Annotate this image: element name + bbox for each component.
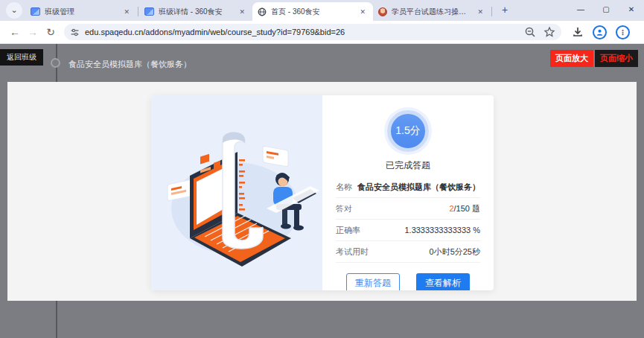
url-text[interactable]: edu.spaqedu.cn/addons/myadmin/web/course… <box>85 28 524 36</box>
browser-toolbar: ← → ↻ edu.spaqedu.cn/addons/myadmin/web/… <box>0 21 644 43</box>
tab-close-icon[interactable]: ✕ <box>475 8 485 16</box>
breadcrumb: 食品安全员模拟题库（餐饮服务） <box>68 59 191 70</box>
row-name: 名称 食品安全员模拟题库（餐饮服务） <box>336 176 480 198</box>
tab-separator <box>138 7 138 16</box>
download-icon[interactable] <box>572 26 584 38</box>
window-close-button[interactable]: ✕ <box>619 0 644 21</box>
page-background: 返回班级 食品安全员模拟题库（餐饮服务） 页面放大 页面缩小 <box>0 43 644 338</box>
tab-separator <box>491 7 492 16</box>
toolbar-right-icons: ⋮ <box>572 25 630 39</box>
new-tab-button[interactable]: + <box>496 1 514 19</box>
tab-favicon-image-icon <box>31 7 40 16</box>
tab-title: 班级管理 <box>45 7 117 17</box>
address-bar[interactable]: edu.spaqedu.cn/addons/myadmin/web/course… <box>64 24 561 40</box>
retry-button[interactable]: 重新答题 <box>346 273 400 290</box>
tab-favicon-avatar-icon <box>378 7 387 16</box>
status-text: 已完成答题 <box>336 159 480 172</box>
result-rows: 名称 食品安全员模拟题库（餐饮服务） 答对 2/150 题 正确率 1.3333… <box>336 176 480 263</box>
tab-title: 首页 - 360食安 <box>271 7 353 17</box>
window-maximize-button[interactable]: ▢ <box>593 0 619 21</box>
tab-student-guide[interactable]: 学员平台试题练习操作流程 - 五 ✕ <box>373 2 491 21</box>
content-sheet: 1.5分 已完成答题 名称 食品安全员模拟题库（餐饮服务） 答对 2/150 题… <box>7 82 637 301</box>
page-zoom-in-button[interactable]: 页面放大 <box>550 50 593 67</box>
tab-search-chevron-icon[interactable]: ⌄ <box>6 2 22 19</box>
bookmark-star-icon[interactable] <box>543 26 555 38</box>
page-zoom-out-button[interactable]: 页面缩小 <box>595 50 638 67</box>
zoom-level-icon[interactable] <box>524 26 536 38</box>
window-minimize-button[interactable]: — <box>568 0 593 21</box>
profile-avatar-icon[interactable] <box>593 25 607 39</box>
row-value: 1.3333333333333 % <box>404 226 480 235</box>
tab-favicon-image-icon <box>144 7 154 16</box>
browser-tab-strip: ⌄ 班级管理 ✕ 班级详情 - 360食安 ✕ 首页 - 360食安 ✕ 学员平… <box>0 0 644 21</box>
reload-button[interactable]: ↻ <box>42 26 60 38</box>
window-controls: — ▢ ✕ <box>568 0 644 21</box>
correct-total: /150 题 <box>454 204 480 213</box>
row-label: 正确率 <box>336 225 360 236</box>
result-illustration <box>151 95 322 290</box>
browser-menu-icon[interactable]: ⋮ <box>616 25 630 39</box>
forward-button[interactable]: → <box>24 26 42 38</box>
tab-home-active[interactable]: 首页 - 360食安 ✕ <box>252 2 373 21</box>
tab-title: 学员平台试题练习操作流程 - 五 <box>392 7 471 17</box>
site-settings-icon[interactable] <box>70 28 80 37</box>
row-rate: 正确率 1.3333333333333 % <box>336 220 480 241</box>
view-analysis-button[interactable]: 查看解析 <box>416 273 470 290</box>
tab-close-icon[interactable]: ✕ <box>357 8 368 16</box>
globe-favicon-icon <box>258 7 267 16</box>
row-value: 食品安全员模拟题库（餐饮服务） <box>357 182 480 193</box>
tab-close-icon[interactable]: ✕ <box>121 8 132 16</box>
result-panel: 1.5分 已完成答题 名称 食品安全员模拟题库（餐饮服务） 答对 2/150 题… <box>322 95 494 290</box>
timeline-node-circle <box>51 58 60 68</box>
row-value: 0小时5分25秒 <box>430 246 480 258</box>
tab-title: 班级详情 - 360食安 <box>159 7 232 17</box>
tab-class-detail[interactable]: 班级详情 - 360食安 ✕ <box>139 2 252 21</box>
back-to-class-chip[interactable]: 返回班级 <box>0 49 43 66</box>
page-zoom-controls: 页面放大 页面缩小 <box>550 50 638 67</box>
row-label: 考试用时 <box>336 246 369 258</box>
tab-class-management[interactable]: 班级管理 ✕ <box>25 2 137 21</box>
row-label: 答对 <box>336 203 352 214</box>
row-correct: 答对 2/150 题 <box>336 198 480 220</box>
row-time: 考试用时 0小时5分25秒 <box>336 241 480 263</box>
back-button[interactable]: ← <box>6 26 24 38</box>
tab-close-icon[interactable]: ✕ <box>237 8 247 16</box>
score-badge: 1.5分 <box>387 110 429 152</box>
result-card: 1.5分 已完成答题 名称 食品安全员模拟题库（餐饮服务） 答对 2/150 题… <box>151 95 494 290</box>
row-label: 名称 <box>336 182 352 193</box>
